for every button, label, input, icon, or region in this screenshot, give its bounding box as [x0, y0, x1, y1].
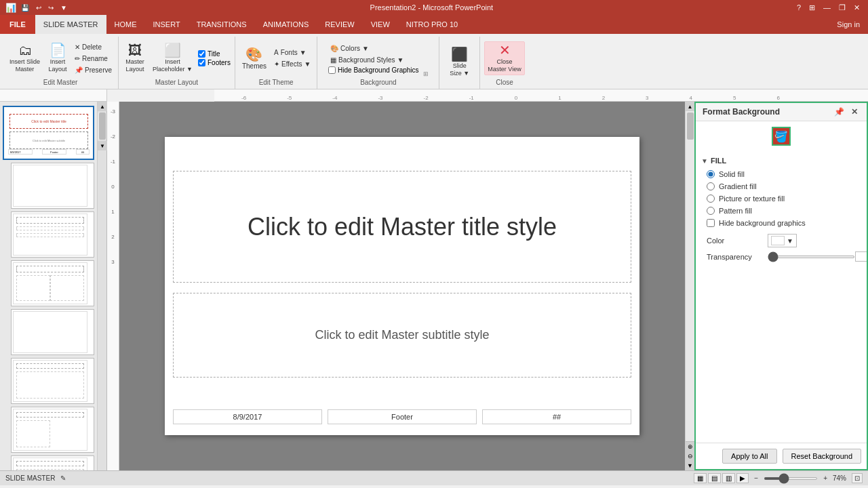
effects-btn[interactable]: ✦ Effects ▼ — [272, 59, 313, 69]
hide-bg-graphics-checkbox[interactable] — [707, 219, 715, 227]
background-styles-btn[interactable]: ▦ Background Styles ▼ — [328, 55, 419, 65]
view-mode-label: SLIDE MASTER — [5, 474, 55, 482]
restore-btn[interactable]: ❐ — [836, 3, 848, 12]
insert-placeholder-btn[interactable]: ⬜ InsertPlaceholder ▼ — [150, 42, 195, 75]
canvas-scroll-extra1[interactable]: ⊕ — [686, 442, 695, 451]
apply-to-all-btn[interactable]: Apply to All — [722, 449, 776, 464]
slide-subtitle-placeholder[interactable]: Click to edit Master subtitle style — [173, 293, 631, 378]
solid-fill-radio[interactable] — [707, 170, 715, 178]
edit-icon[interactable]: ✎ — [60, 474, 66, 482]
status-bar: SLIDE MASTER ✎ ▦ ▤ ▥ ▶ − + 74% ⊡ — [0, 470, 868, 485]
fill-section-header[interactable]: ▼ FILL — [701, 157, 861, 165]
slide-thumb-3[interactable] — [11, 211, 94, 258]
transparency-label: Transparency — [707, 253, 768, 261]
slide-thumb-4[interactable] — [11, 260, 94, 306]
footers-check[interactable]: Footers — [198, 59, 231, 66]
canvas-scroll-thumb[interactable] — [687, 113, 694, 140]
footer-pagenum[interactable]: ## — [482, 409, 631, 424]
tab-home[interactable]: HOME — [106, 15, 145, 34]
zoom-in-btn[interactable]: + — [823, 474, 827, 482]
rename-btn[interactable]: ✏ Rename — [73, 54, 114, 64]
slide-sorter-btn[interactable]: ▤ — [708, 473, 721, 483]
slide-size-btn[interactable]: ⬛ SlideSize ▼ — [447, 46, 472, 79]
slide-title-placeholder[interactable]: Click to edit Master title style — [173, 171, 631, 283]
tab-view[interactable]: VIEW — [363, 15, 398, 34]
ribbon-group-edit-theme: 🎨 Themes A Fonts ▼ ✦ Effects ▼ Edit Them… — [235, 37, 317, 89]
canvas-scroll-extra3[interactable]: ▼ — [686, 461, 695, 470]
background-expand-btn[interactable]: ⊞ — [423, 70, 429, 77]
themes-btn[interactable]: 🎨 Themes — [239, 46, 269, 71]
canvas-scroll-track — [686, 111, 694, 441]
master-layout-btn[interactable]: 🖼 MasterLayout — [123, 42, 147, 75]
redo-btn[interactable]: ↪ — [46, 4, 56, 12]
tab-file[interactable]: FILE — [0, 15, 35, 34]
color-swatch-btn[interactable]: ▼ — [768, 234, 797, 247]
panel-pin-btn[interactable]: 📌 — [832, 107, 846, 117]
footers-checkbox[interactable] — [198, 59, 205, 66]
transparency-slider[interactable] — [768, 256, 855, 258]
customize-btn[interactable]: ▼ — [58, 4, 69, 12]
scrollbar-up-btn[interactable]: ▲ — [98, 102, 107, 111]
gradient-fill-radio[interactable] — [707, 182, 715, 190]
zoom-out-btn[interactable]: − — [754, 474, 758, 482]
save-btn[interactable]: 💾 — [19, 4, 31, 12]
windowmode-btn[interactable]: ⊞ — [806, 3, 818, 12]
master-layout-group-label: Master Layout — [155, 79, 198, 87]
insert-layout-btn[interactable]: 📄 InsertLayout — [45, 42, 70, 75]
title-check[interactable]: Title — [198, 50, 231, 58]
panel-close-btn[interactable]: ✕ — [849, 107, 860, 117]
pattern-fill-option[interactable]: Pattern fill — [707, 207, 861, 215]
slide-thumb-5[interactable] — [11, 309, 94, 355]
canvas-scroll-up-btn[interactable]: ▲ — [686, 102, 695, 111]
solid-fill-option[interactable]: Solid fill — [707, 170, 861, 178]
slide-thumb-2[interactable] — [11, 163, 94, 209]
transparency-input[interactable] — [855, 251, 867, 262]
hide-bg-graphics-option[interactable]: Hide background graphics — [707, 219, 861, 227]
footer-date[interactable]: 8/9/2017 — [173, 409, 322, 424]
ruler-row: -6 -5 -4 -3 -2 -1 0 1 2 3 4 5 6 — [0, 89, 868, 102]
colors-btn[interactable]: 🎨 Colors ▼ — [328, 43, 419, 54]
tab-review[interactable]: REVIEW — [317, 15, 362, 34]
tab-slide-master[interactable]: SLIDE MASTER — [35, 15, 106, 34]
close-btn[interactable]: ✕ — [851, 3, 863, 12]
canvas-scroll-extra2[interactable]: ⊖ — [686, 451, 695, 461]
reading-view-btn[interactable]: ▥ — [722, 473, 735, 483]
help-btn[interactable]: ? — [794, 3, 804, 12]
hide-bg-graphics-check[interactable]: Hide Background Graphics — [328, 66, 419, 74]
picture-texture-option[interactable]: Picture or texture fill — [707, 195, 861, 203]
slide-thumb-7[interactable] — [11, 407, 94, 453]
scrollbar-down-btn[interactable]: ▼ — [98, 141, 107, 150]
fit-page-btn[interactable]: ⊡ — [852, 473, 863, 483]
slide-thumb-8[interactable] — [11, 455, 94, 470]
undo-btn[interactable]: ↩ — [34, 4, 43, 12]
reset-background-btn[interactable]: Reset Background — [783, 449, 862, 464]
title-checkbox[interactable] — [198, 50, 205, 58]
normal-view-btn[interactable]: ▦ — [694, 473, 707, 483]
pattern-fill-radio[interactable] — [707, 207, 715, 215]
preserve-btn[interactable]: 📌 Preserve — [73, 65, 114, 75]
tab-insert[interactable]: INSERT — [145, 15, 189, 34]
sign-in-btn[interactable]: Sign in — [829, 18, 868, 31]
hide-bg-checkbox[interactable] — [328, 66, 336, 74]
fonts-btn[interactable]: A Fonts ▼ — [272, 47, 313, 58]
insert-slide-master-btn[interactable]: 🗂 Insert SlideMaster — [7, 42, 43, 75]
picture-texture-radio[interactable] — [707, 195, 715, 203]
slide-thumb-6[interactable] — [11, 358, 94, 404]
delete-btn[interactable]: ✕ Delete — [73, 42, 114, 52]
close-master-view-btn[interactable]: ✕ CloseMaster View — [484, 41, 524, 75]
gradient-fill-option[interactable]: Gradient fill — [707, 182, 861, 190]
slide-thumb-1[interactable]: Click to edit Master title Click to edit… — [3, 106, 94, 160]
tab-nitro[interactable]: NITRO PRO 10 — [398, 15, 466, 34]
slideshow-btn[interactable]: ▶ — [736, 473, 749, 483]
color-dropdown-arrow: ▼ — [787, 237, 793, 245]
tab-transitions[interactable]: TRANSITIONS — [189, 15, 255, 34]
scrollbar-thumb[interactable] — [99, 113, 106, 140]
main-area: ▲ ▼ Click to edit Master title Click to … — [0, 102, 868, 470]
footers-check-label: Footers — [208, 59, 231, 66]
fill-arrow: ▼ — [701, 157, 708, 165]
minimize-btn[interactable]: — — [821, 3, 833, 12]
footer-text[interactable]: Footer — [328, 409, 477, 424]
format-background-panel: Format Background 📌 ✕ 🪣 ▼ FILL Solid fil… — [694, 102, 868, 470]
zoom-slider[interactable] — [764, 477, 818, 480]
tab-animations[interactable]: ANIMATIONS — [255, 15, 317, 34]
